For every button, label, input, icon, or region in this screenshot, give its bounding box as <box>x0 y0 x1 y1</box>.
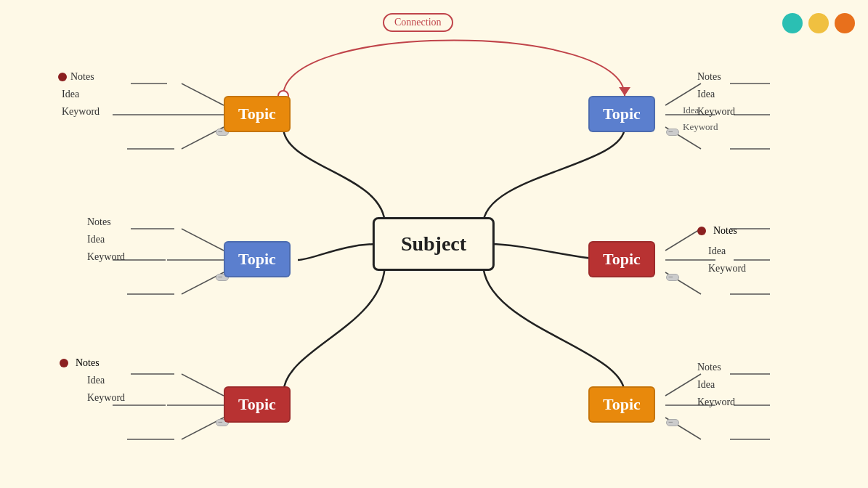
notes-with-dot-mr: Notes <box>697 225 737 237</box>
svg-line-30 <box>665 374 701 396</box>
corner-dots <box>782 13 855 33</box>
idea-label-tl: Idea <box>62 89 79 100</box>
note-dot-mr <box>697 227 706 235</box>
minus-btn-mid-right[interactable] <box>666 274 679 281</box>
note-dot-bl <box>60 359 68 367</box>
idea-label-mr: Idea <box>708 245 726 257</box>
keyword-label-ml: Keyword <box>87 251 125 263</box>
leaf-group-top-left: Notes Idea Keyword <box>58 69 100 120</box>
keyword-label-mr: Keyword <box>708 263 746 274</box>
svg-line-0 <box>182 84 224 105</box>
idea-keyword-label: Idea Keyword <box>683 102 718 136</box>
notes-label-mr: Notes <box>713 225 737 237</box>
topic-node-bot-right[interactable]: Topic <box>588 386 655 423</box>
idea-label-tr: Idea <box>697 89 715 100</box>
topic-node-bot-left[interactable]: Topic <box>224 386 291 423</box>
idea-label-br: Idea <box>697 379 715 391</box>
notes-label-bl: Notes <box>76 357 100 369</box>
minus-btn-top-right[interactable] <box>666 129 679 136</box>
svg-line-18 <box>665 229 701 251</box>
dot-teal <box>782 13 803 33</box>
topic-node-mid-right[interactable]: Topic <box>588 241 655 277</box>
leaf-group-bot-right: Notes Idea Keyword <box>697 359 735 410</box>
minus-btn-bot-right[interactable] <box>666 419 679 426</box>
notes-label-ml: Notes <box>87 216 111 228</box>
dot-orange <box>835 13 855 33</box>
note-dot <box>58 73 67 81</box>
connection-label: Connection <box>383 13 453 32</box>
svg-marker-36 <box>619 87 630 96</box>
keyword-label-br: Keyword <box>697 396 735 408</box>
svg-line-24 <box>182 374 224 396</box>
canvas: Subject Connection Topic Notes Idea Keyw… <box>0 0 868 488</box>
leaf-group-mid-right: Idea Keyword <box>708 243 746 277</box>
topic-node-mid-left[interactable]: Topic <box>224 241 291 277</box>
leaf-group-mid-left: Notes Idea Keyword <box>87 214 125 265</box>
notes-with-dot-bl: Notes <box>60 357 100 369</box>
idea-label-bl: Idea <box>87 375 105 386</box>
dot-yellow <box>808 13 829 33</box>
topic-node-top-left[interactable]: Topic <box>224 96 291 132</box>
keyword-label-tl: Keyword <box>62 106 100 118</box>
topic-node-top-right[interactable]: Topic <box>588 96 655 132</box>
notes-label-tl: Notes <box>70 71 94 83</box>
notes-label-tr: Notes <box>697 71 721 83</box>
idea-label-ml: Idea <box>87 234 105 245</box>
notes-label-br: Notes <box>697 362 721 373</box>
subject-node[interactable]: Subject <box>373 217 495 271</box>
svg-line-12 <box>182 229 224 251</box>
keyword-label-bl: Keyword <box>87 392 125 404</box>
leaf-group-bot-left: Idea Keyword <box>87 373 125 406</box>
